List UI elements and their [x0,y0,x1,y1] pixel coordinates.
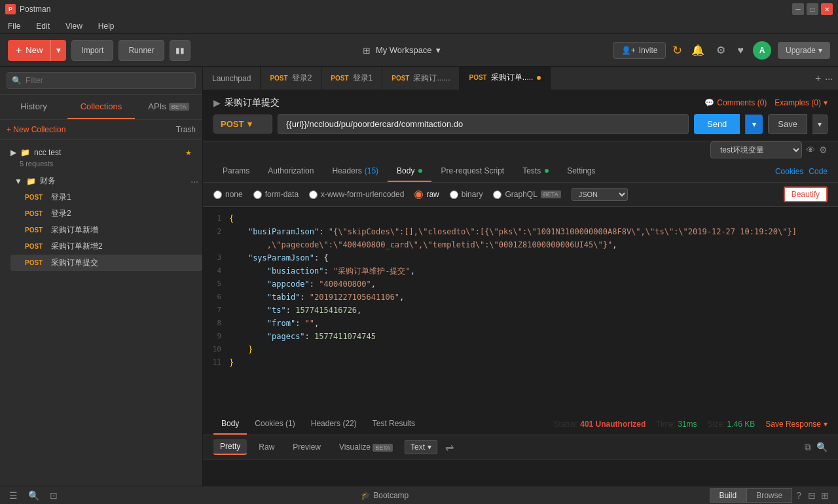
runner-button[interactable]: Runner [118,40,164,61]
method-select[interactable]: POST ▾ [213,115,272,134]
req-tab-pre-request[interactable]: Pre-request Script [431,161,513,182]
cookies-link[interactable]: Cookies [775,167,803,176]
tab-denglu1[interactable]: POST 登录1 [321,67,382,90]
res-tab-test-results[interactable]: Test Results [365,414,423,435]
upgrade-button[interactable]: Upgrade ▾ [778,42,830,59]
req-tab-settings[interactable]: Settings [558,161,604,182]
save-response-button[interactable]: Save Response ▾ [765,420,828,429]
heart-button[interactable]: ♥ [735,42,746,59]
menu-view[interactable]: View [63,20,85,32]
tab-add-button[interactable]: + [815,73,821,84]
new-button[interactable]: + New ▾ [8,40,66,61]
examples-button[interactable]: Examples (0) ▾ [774,98,828,107]
tab-cg-submit[interactable]: POST 采购订单..... [460,67,551,90]
beautify-button[interactable]: Beautify [784,187,828,202]
invite-button[interactable]: 👤+ Invite [613,42,666,59]
avatar[interactable]: A [753,41,771,60]
sidebar-tab-collections[interactable]: Collections [67,95,135,119]
request-cg-submit[interactable]: POST 采购订单提交 [10,255,202,271]
code-line-2b: ,\"pagecode\":\"400400800_card\",\"templ… [203,238,838,251]
workspace-selector[interactable]: My Workspace ▾ [376,45,441,55]
code-line-11: 11 } [203,356,838,369]
res-visualize-button[interactable]: Visualize BETA [333,440,399,454]
body-form-data[interactable]: form-data [253,190,299,199]
req-tab-body[interactable]: Body [388,161,431,182]
sidebar-tab-history[interactable]: History [0,95,67,119]
request-denglu1[interactable]: POST 登录1 [10,189,202,206]
collection-ncc-test[interactable]: ▶ 📁 ncc test ★ 5 requests [0,143,202,173]
maximize-button[interactable]: □ [807,3,818,15]
req-tab-params[interactable]: Params [213,161,259,182]
console-button[interactable]: ⊡ [47,489,60,502]
req-tab-authorization[interactable]: Authorization [259,161,323,182]
settings-button[interactable]: ⚙ [714,41,728,59]
new-button-main[interactable]: + New [8,45,50,56]
layout-button[interactable]: ⊟ [805,488,818,503]
browse-button[interactable]: Browse [746,488,792,503]
tab-launchpad[interactable]: Launchpad [203,67,261,90]
sub-folder-header[interactable]: ▼ 📁 财务 ··· [10,173,202,189]
save-button[interactable]: Save [768,114,807,134]
res-pretty-button[interactable]: Pretty [213,439,247,455]
toolbar: + New ▾ Import Runner ▮▮ ⊞ My Workspace … [0,34,838,67]
json-format-select[interactable]: JSON Text JavaScript HTML XML [572,188,628,201]
minimize-button[interactable]: ─ [792,3,804,15]
text-format-select[interactable]: Text ▾ [405,440,437,454]
search-bottom-button[interactable]: 🔍 [26,489,42,502]
send-button[interactable]: Send [694,114,740,134]
body-binary[interactable]: binary [450,190,483,199]
build-button[interactable]: Build [710,488,747,503]
new-collection-button[interactable]: + New Collection [7,125,65,134]
help-button[interactable]: ? [792,488,805,503]
request-cg-new[interactable]: POST 采购订单新增 [10,222,202,238]
save-arrow-button[interactable]: ▾ [812,115,828,134]
res-tab-body[interactable]: Body [213,414,247,435]
request-cg-new2[interactable]: POST 采购订单新增2 [10,238,202,255]
res-tab-cookies[interactable]: Cookies (1) [247,414,302,435]
wrap-icon[interactable]: ⇌ [445,441,454,454]
comments-button[interactable]: 💬 Comments (0) [704,98,767,107]
tab-cg-order[interactable]: POST 采购订...... [382,67,460,90]
menu-help[interactable]: Help [96,20,117,32]
env-settings-button[interactable]: ⚙ [819,145,828,155]
code-line-9: 9 "pagecs": 1577411074745 [203,330,838,343]
env-dropdown[interactable]: test环境变量 [710,141,802,158]
res-search-button[interactable]: 🔍 [816,442,828,453]
close-button[interactable]: ✕ [821,3,833,15]
proxy-button[interactable]: ▮▮ [170,40,191,61]
body-graphql[interactable]: GraphQL BETA [493,190,560,199]
req-tab-tests[interactable]: Tests [513,161,558,182]
body-raw[interactable]: raw [414,190,439,199]
size-value: 1.46 KB [727,420,756,429]
send-arrow-button[interactable]: ▾ [745,115,763,134]
res-copy-button[interactable]: ⧉ [805,442,811,453]
menu-edit[interactable]: Edit [33,20,52,32]
layout-button2[interactable]: ⊞ [818,488,831,503]
url-input[interactable] [278,114,689,134]
sync-icon[interactable]: ↻ [672,43,682,58]
req-tab-headers[interactable]: Headers (15) [323,161,388,182]
code-link[interactable]: Code [809,167,828,176]
code-editor[interactable]: 1 { 2 "busiParamJson": "{\"skipCodes\":[… [203,207,838,414]
import-button[interactable]: Import [71,40,113,61]
body-urlencoded[interactable]: x-www-form-urlencoded [309,190,404,199]
sidebar-tab-apis[interactable]: APIs BETA [135,95,202,119]
tab-denglu2[interactable]: POST 登录2 [261,67,321,90]
search-input[interactable] [7,72,196,89]
env-eye-button[interactable]: 👁 [806,145,815,155]
content-area: Launchpad POST 登录2 POST 登录1 POST 采购订....… [203,67,838,486]
body-none[interactable]: none [213,190,243,199]
response-status: Status: 401 Unauthorized Time: 31ms Size… [554,420,828,429]
menu-file[interactable]: File [5,20,23,32]
sidebar-toggle-button[interactable]: ☰ [7,489,20,502]
trash-button[interactable]: Trash [176,125,196,134]
tab-more-button[interactable]: ··· [825,73,833,84]
notifications-button[interactable]: 🔔 [689,41,707,59]
request-denglu2[interactable]: POST 登录2 [10,206,202,222]
bootcamp-button[interactable]: 🎓 Bootcamp [361,491,409,500]
res-preview-button[interactable]: Preview [286,440,327,454]
res-raw-button[interactable]: Raw [252,440,281,454]
more-button[interactable]: ··· [191,176,198,187]
res-tab-headers[interactable]: Headers (22) [303,414,365,435]
new-button-arrow[interactable]: ▾ [50,40,66,61]
